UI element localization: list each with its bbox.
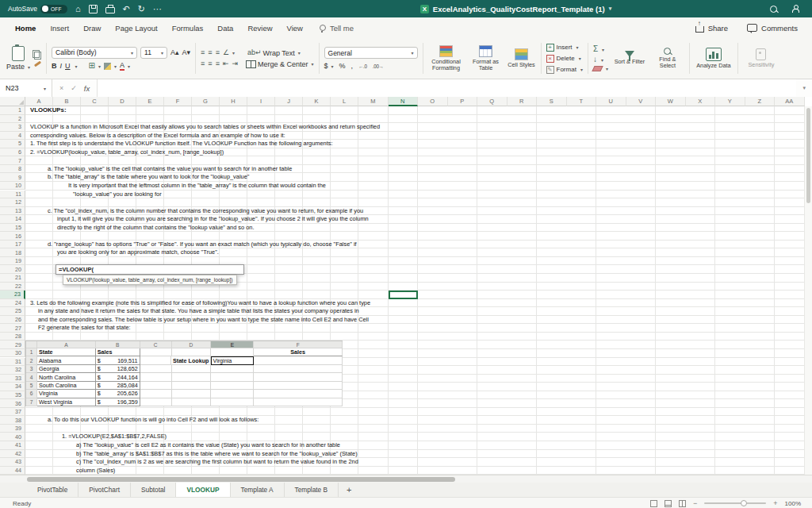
grow-font-button[interactable]: A▴ [170,48,179,56]
page-break-view-icon[interactable] [679,500,686,507]
ribbon-tab-page-layout[interactable]: Page Layout [115,24,157,33]
row-header-1[interactable]: 1 [0,106,25,115]
format-painter-icon[interactable] [34,61,41,67]
row-header-23[interactable]: 23 [0,291,25,299]
column-header-M[interactable]: M [358,97,389,106]
row-header-10[interactable]: 10 [0,182,25,190]
row-header-32[interactable]: 32 [0,366,25,375]
row-header-39[interactable]: 39 [0,425,25,433]
ribbon-tab-draw[interactable]: Draw [83,24,101,33]
borders-button[interactable]: ⊞▾ [89,62,101,70]
increase-indent-icon[interactable]: ⇥ [232,60,238,67]
row-header-35[interactable]: 35 [0,391,25,400]
row-header-18[interactable]: 18 [0,248,25,257]
column-header-P[interactable]: P [448,97,478,106]
font-color-button[interactable]: A▾ [120,62,130,71]
cell-styles-button[interactable]: Cell Styles [508,48,536,68]
column-header-C[interactable]: C [81,97,109,106]
row-header-20[interactable]: 20 [0,265,25,274]
column-header-S[interactable]: S [537,97,567,106]
percent-button[interactable]: % [339,62,346,70]
column-header-H[interactable]: H [220,97,247,106]
zoom-slider-knob[interactable] [741,500,747,506]
autosum-button[interactable]: Σ▾ [593,45,608,53]
row-header-37[interactable]: 37 [0,408,25,417]
row-header-31[interactable]: 31 [0,358,25,367]
ribbon-tab-view[interactable]: View [287,24,303,33]
column-header-Z[interactable]: Z [745,97,776,106]
add-sheet-button[interactable]: + [339,483,359,497]
wrap-text-button[interactable]: ab↵Wrap Text▾ [247,49,301,57]
column-header-K[interactable]: K [303,97,331,106]
row-header-44[interactable]: 44 [0,467,25,475]
column-header-I[interactable]: I [247,97,275,106]
ribbon-tab-home[interactable]: Home [15,24,36,33]
column-header-N[interactable]: N [389,97,419,106]
orientation-button[interactable]: ∠▾ [223,49,235,56]
home-icon[interactable]: ⌂ [75,5,81,13]
clear-button[interactable]: ▾ [593,66,608,71]
row-header-28[interactable]: 28 [0,333,25,341]
decrease-decimal-button[interactable]: .00→ [373,64,384,69]
row-header-8[interactable]: 8 [0,165,25,174]
redo-icon[interactable]: ↻ [138,5,145,13]
row-header-25[interactable]: 25 [0,307,25,316]
normal-view-icon[interactable] [650,500,657,507]
comments-button[interactable]: Comments [747,24,798,33]
delete-cells-button[interactable]: ×Delete▾ [546,55,583,63]
search-icon[interactable] [770,6,777,13]
ribbon-tab-data[interactable]: Data [217,24,233,33]
align-bottom-icon[interactable]: ≡ [216,49,220,56]
row-header-3[interactable]: 3 [0,123,25,132]
cancel-icon[interactable]: × [59,84,63,92]
ribbon-tab-review[interactable]: Review [247,24,272,33]
merge-center-button[interactable]: Merge & Center▾ [246,60,314,68]
column-header-R[interactable]: R [508,97,538,106]
row-header-16[interactable]: 16 [0,232,25,241]
row-header-26[interactable]: 26 [0,316,25,325]
row-header-43[interactable]: 43 [0,458,25,467]
align-left-icon[interactable]: ≡ [201,60,205,67]
increase-decimal-button[interactable]: ←.0 [358,64,367,69]
autosave-toggle[interactable]: OFF [40,5,67,13]
analyze-data-button[interactable]: Analyze Data [695,48,733,69]
shrink-font-button[interactable]: A▾ [182,48,191,56]
row-header-5[interactable]: 5 [0,140,25,148]
align-center-icon[interactable]: ≡ [208,60,212,67]
sensitivity-button[interactable]: Sensitivity [743,48,779,68]
row-header-24[interactable]: 24 [0,299,25,308]
row-header-9[interactable]: 9 [0,173,25,182]
column-header-E[interactable]: E [136,97,164,106]
sheet-tab-template-a[interactable]: Template A [231,483,285,497]
row-header-19[interactable]: 19 [0,257,25,266]
align-right-icon[interactable]: ≡ [216,60,220,67]
name-box[interactable]: N23▾ [0,79,52,97]
column-header-Y[interactable]: Y [715,97,745,106]
row-header-34[interactable]: 34 [0,383,25,391]
row-header-41[interactable]: 41 [0,441,25,450]
formula-bar-expand-icon[interactable]: ▾ [796,85,812,91]
row-header-4[interactable]: 4 [0,132,25,140]
format-as-table-button[interactable]: Format as Table [468,45,504,72]
sheet-grid[interactable]: ABCDEFGHIJKLMNOPQRSTUVWXYZAA 12345678910… [0,97,812,475]
insert-cells-button[interactable]: +Insert▾ [546,44,583,52]
row-header-42[interactable]: 42 [0,450,25,459]
row-header-38[interactable]: 38 [0,416,25,425]
row-header-40[interactable]: 40 [0,433,25,441]
ribbon-tab-formulas[interactable]: Formulas [172,24,204,33]
row-header-11[interactable]: 11 [0,190,25,199]
column-header-AA[interactable]: AA [775,97,805,106]
fill-button[interactable]: ↓▾ [593,56,608,64]
conditional-formatting-button[interactable]: Conditional Formatting [428,45,465,72]
copy-icon[interactable] [34,52,41,60]
example-table-image[interactable]: ABCDEF1StateSalesSales2Alabama$169,511St… [25,341,343,406]
selected-cell-N23[interactable] [389,291,419,299]
save-icon[interactable] [89,5,98,13]
more-commands-icon[interactable]: ⋯ [153,5,162,13]
share-button[interactable]: Share [695,23,728,33]
print-icon[interactable] [105,7,115,13]
row-header-29[interactable]: 29 [0,341,25,349]
column-header-D[interactable]: D [109,97,136,106]
zoom-out-icon[interactable]: − [693,499,697,507]
column-header-J[interactable]: J [275,97,303,106]
